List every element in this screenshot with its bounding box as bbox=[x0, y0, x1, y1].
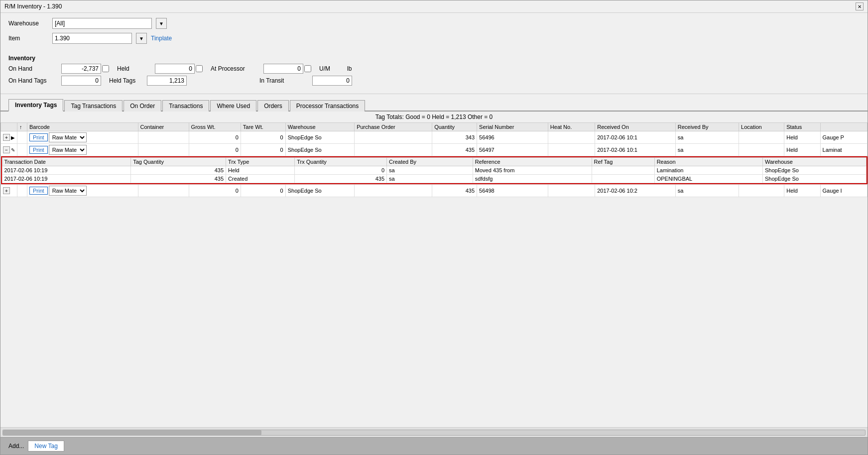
inventory-tags-table: ↑ Barcode Container Gross Wt. Tare Wt. W… bbox=[0, 122, 868, 197]
row1-expand-btn[interactable]: + bbox=[3, 134, 10, 141]
row1-received-by: sa bbox=[675, 131, 739, 144]
row1-quantity: 343 bbox=[432, 131, 477, 144]
inventory-row-1: On Hand Held At Processor U/M lb bbox=[8, 64, 860, 74]
sub-row1-tag-qty: 435 bbox=[131, 166, 226, 175]
scrollbar-thumb bbox=[3, 430, 261, 435]
row2-quantity: 435 bbox=[432, 144, 477, 156]
row1-received-on: 2017-02-06 10:1 bbox=[595, 131, 676, 144]
sub-table-row: Transaction Date Tag Quantity Trx Type T… bbox=[1, 156, 868, 185]
row3-type-select[interactable]: Raw Mate bbox=[49, 186, 87, 196]
sub-col-transaction-date: Transaction Date bbox=[2, 158, 131, 166]
sub-row1-ref-tag bbox=[592, 166, 654, 175]
row3-tare-wt: 0 bbox=[241, 185, 285, 197]
row3-expand-cell: + bbox=[1, 185, 17, 197]
tab-on-order[interactable]: On Order bbox=[124, 100, 161, 112]
warehouse-input[interactable] bbox=[52, 18, 152, 29]
held-value-box bbox=[155, 64, 203, 74]
col-arrow: ↑ bbox=[17, 123, 27, 131]
horizontal-scrollbar[interactable] bbox=[2, 430, 866, 436]
at-processor-input[interactable] bbox=[263, 64, 303, 74]
sub-row1-reason: Lamination bbox=[654, 166, 762, 175]
row2-type-select[interactable]: Raw Mate bbox=[49, 145, 87, 155]
sub-table-cell: Transaction Date Tag Quantity Trx Type T… bbox=[1, 156, 868, 185]
row3-controls: + bbox=[3, 187, 15, 194]
table-row: + ▶ Print Raw Mate bbox=[1, 131, 868, 144]
row1-arrow-icon: ▶ bbox=[11, 135, 15, 140]
row1-barcode-cell: Print Raw Mate bbox=[27, 131, 138, 144]
close-button[interactable]: ✕ bbox=[856, 2, 864, 10]
row1-type-select[interactable]: Raw Mate bbox=[49, 132, 87, 142]
row1-serial-number: 56496 bbox=[477, 131, 548, 144]
col-received-by: Received By bbox=[675, 123, 739, 131]
sub-row2-date: 2017-02-06 10:19 bbox=[2, 175, 131, 183]
on-hand-checkbox[interactable] bbox=[102, 65, 109, 72]
row3-expand-btn[interactable]: + bbox=[3, 187, 10, 194]
sub-col-reason: Reason bbox=[654, 158, 762, 166]
row1-barcode-container: Print Raw Mate bbox=[29, 132, 136, 142]
row3-status: Held bbox=[784, 185, 820, 197]
warehouse-row: Warehouse ▼ bbox=[8, 18, 860, 29]
on-hand-input[interactable] bbox=[61, 64, 101, 74]
row1-purchase-order bbox=[355, 131, 432, 144]
in-transit-label: In Transit bbox=[259, 77, 304, 84]
held-input[interactable] bbox=[155, 64, 195, 74]
um-label: U/M bbox=[319, 65, 339, 72]
sub-col-created-by: Created By bbox=[387, 158, 473, 166]
warehouse-dropdown-btn[interactable]: ▼ bbox=[156, 18, 167, 29]
warehouse-label: Warehouse bbox=[8, 20, 48, 27]
on-hand-tags-label: On Hand Tags bbox=[8, 77, 53, 84]
row3-location bbox=[739, 185, 784, 197]
item-link[interactable]: Tinplate bbox=[151, 35, 172, 42]
bottom-bar: Add... New Tag bbox=[0, 437, 868, 455]
tab-inventory-tags[interactable]: Inventory Tags bbox=[8, 99, 63, 112]
row1-container bbox=[138, 131, 189, 144]
row3-gross-wt: 0 bbox=[189, 185, 241, 197]
in-transit-input[interactable] bbox=[312, 76, 352, 86]
col-tare-wt: Tare Wt. bbox=[241, 123, 285, 131]
row1-expand-cell: + ▶ bbox=[1, 131, 17, 144]
row3-purchase-order bbox=[355, 185, 432, 197]
item-dropdown-btn[interactable]: ▼ bbox=[136, 33, 147, 44]
sub-row1-reference: Moved 435 from bbox=[473, 166, 592, 175]
row2-barcode-cell: Print Raw Mate bbox=[27, 144, 138, 156]
row2-purchase-order bbox=[355, 144, 432, 156]
row2-expand-cell: − ✎ bbox=[1, 144, 17, 156]
row3-print-btn[interactable]: Print bbox=[29, 187, 48, 195]
new-tag-button[interactable]: New Tag bbox=[28, 441, 64, 452]
col-warehouse: Warehouse bbox=[285, 123, 354, 131]
tab-transactions[interactable]: Transactions bbox=[162, 100, 209, 112]
sub-row1-warehouse: ShopEdge So bbox=[762, 166, 866, 175]
row2-received-on: 2017-02-06 10:1 bbox=[595, 144, 676, 156]
col-extra bbox=[820, 123, 867, 131]
held-tags-input[interactable] bbox=[147, 76, 187, 86]
col-quantity: Quantity bbox=[432, 123, 477, 131]
form-area: Warehouse ▼ Item ▼ Tinplate bbox=[0, 13, 868, 53]
add-link[interactable]: Add... bbox=[8, 443, 24, 450]
row1-print-btn[interactable]: Print bbox=[29, 133, 48, 141]
tab-orders[interactable]: Orders bbox=[257, 100, 289, 112]
row2-print-btn[interactable]: Print bbox=[29, 146, 48, 154]
row3-serial-number: 56498 bbox=[477, 185, 548, 197]
inventory-section-label: Inventory bbox=[8, 55, 860, 62]
row3-heat-no bbox=[548, 185, 595, 197]
content-area: Tag Totals: Good = 0 Held = 1,213 Other … bbox=[0, 112, 868, 427]
col-received-on: Received On bbox=[595, 123, 676, 131]
held-tags-value-box bbox=[147, 76, 187, 86]
tab-where-used[interactable]: Where Used bbox=[210, 100, 256, 112]
at-processor-checkbox[interactable] bbox=[304, 65, 311, 72]
row2-expand-btn[interactable]: − bbox=[3, 146, 10, 153]
sub-row1-created-by: sa bbox=[387, 166, 473, 175]
sub-table-container: Transaction Date Tag Quantity Trx Type T… bbox=[1, 156, 868, 184]
on-hand-tags-input[interactable] bbox=[61, 76, 101, 86]
tab-processor-transactions[interactable]: Processor Transactions bbox=[290, 100, 365, 112]
item-input[interactable] bbox=[52, 33, 132, 44]
table-scroll-area[interactable]: ↑ Barcode Container Gross Wt. Tare Wt. W… bbox=[0, 122, 868, 197]
tab-tag-transactions[interactable]: Tag Transactions bbox=[64, 100, 123, 112]
row2-pencil-icon: ✎ bbox=[11, 147, 15, 153]
held-checkbox[interactable] bbox=[196, 65, 203, 72]
sub-row2-tag-qty: 435 bbox=[131, 175, 226, 183]
row1-edit-cell bbox=[17, 131, 27, 144]
sub-row2-created-by: sa bbox=[387, 175, 473, 183]
sub-row2-trx-type: Created bbox=[226, 175, 295, 183]
sub-col-warehouse: Warehouse bbox=[762, 158, 866, 166]
